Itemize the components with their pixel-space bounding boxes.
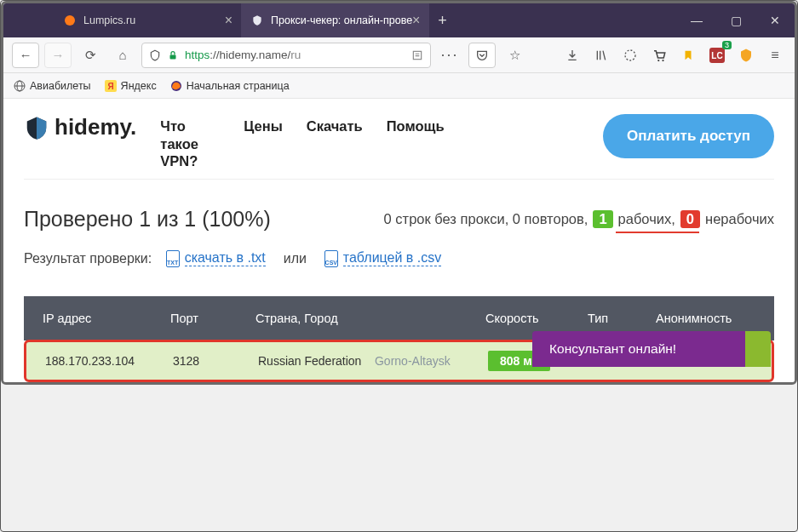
col-port: Порт [170, 312, 255, 325]
address-bar[interactable]: https://hidemy.name/ru [141, 43, 431, 68]
col-type: Тип [588, 312, 656, 325]
extension-lc-icon[interactable]: LC [706, 44, 728, 66]
reload-button[interactable]: ⟳ [77, 43, 104, 68]
minimize-button[interactable]: — [677, 3, 716, 37]
svg-point-0 [65, 15, 75, 26]
home-button[interactable]: ⌂ [109, 43, 136, 68]
tabs: Lumpics.ru × Прокси-чекер: онлайн-прове … [3, 3, 455, 37]
col-ip: IP адрес [43, 312, 170, 325]
shield-icon [250, 14, 264, 27]
svg-point-9 [657, 59, 659, 60]
consultant-widget[interactable]: Консультант онлайн! [532, 331, 771, 367]
nav-help[interactable]: Помощь [387, 114, 445, 135]
csv-file-icon: CSV [324, 250, 338, 267]
nonworking-label: нерабочих [705, 211, 774, 227]
page-content: hidemy. Что такое VPN? Цены Скачать Помо… [3, 99, 795, 382]
svg-text:Я: Я [107, 82, 113, 91]
pay-button[interactable]: Оплатить доступ [603, 114, 774, 158]
page-actions-button[interactable]: ··· [436, 43, 463, 68]
close-tab-icon[interactable]: × [225, 13, 233, 28]
shield-icon [24, 115, 49, 140]
toolbar: ← → ⟳ ⌂ https://hidemy.name/ru ··· ☆ [3, 37, 795, 73]
svg-point-8 [625, 50, 635, 60]
downloads-icon[interactable] [561, 44, 583, 66]
window-controls: — ▢ ✕ [677, 3, 795, 37]
svg-text:LC: LC [711, 51, 722, 60]
cell-country: Russian Federation Gorno-Altaysk [258, 354, 488, 368]
containers-icon[interactable] [619, 44, 641, 66]
consultant-label: Консультант онлайн! [549, 341, 676, 357]
cell-port: 3128 [173, 354, 258, 368]
site-logo[interactable]: hidemy. [24, 114, 136, 140]
nav-download[interactable]: Скачать [307, 114, 363, 135]
globe-icon [14, 80, 26, 92]
cell-city: Gorno-Altaysk [375, 354, 451, 368]
cart-icon[interactable] [648, 44, 670, 66]
nav-prices[interactable]: Цены [244, 114, 283, 135]
logo-text: hidemy. [55, 114, 136, 140]
url-scheme: https [185, 49, 210, 61]
download-csv-link[interactable]: таблицей в .csv [343, 250, 441, 266]
col-country: Страна, Город [255, 312, 485, 325]
site-icon [63, 14, 77, 27]
maximize-button[interactable]: ▢ [716, 3, 755, 37]
firefox-icon [170, 80, 182, 92]
back-button[interactable]: ← [12, 43, 39, 68]
tab-title: Lumpics.ru [83, 14, 135, 26]
bookmark-label: Яндекс [121, 80, 157, 92]
status-summary: 0 строк без прокси, 0 повторов, 1 рабочи… [384, 210, 774, 228]
site-nav: hidemy. Что такое VPN? Цены Скачать Помо… [24, 114, 774, 180]
pocket-button[interactable] [468, 43, 496, 68]
titlebar: Lumpics.ru × Прокси-чекер: онлайн-прове … [3, 3, 795, 37]
bookmark-label: Начальная страница [187, 80, 290, 92]
bookmarks-bar: Авиабилеты Я Яндекс Начальная страница [3, 73, 795, 99]
url-host: ://hidemy.name/ [210, 49, 290, 61]
bookmark-icon[interactable] [677, 44, 699, 66]
library-icon[interactable] [590, 44, 612, 66]
svg-point-10 [662, 59, 663, 60]
col-anon: Анонимность [656, 312, 755, 325]
svg-line-7 [603, 50, 606, 60]
new-tab-button[interactable]: + [429, 3, 455, 37]
shield-icon [149, 49, 161, 62]
bookmark-label: Авиабилеты [30, 80, 91, 92]
no-proxy-text: 0 строк без прокси, 0 повторов, [384, 211, 588, 227]
checked-status: Проверено 1 из 1 (100%) [24, 207, 271, 232]
working-label: рабочих, [618, 211, 675, 227]
tab-title: Прокси-чекер: онлайн-прове [271, 14, 412, 26]
menu-button[interactable]: ≡ [764, 44, 786, 66]
bookmark-avia[interactable]: Авиабилеты [14, 80, 91, 92]
star-button[interactable]: ☆ [501, 43, 528, 68]
close-window-button[interactable]: ✕ [755, 3, 795, 37]
close-tab-icon[interactable]: × [412, 13, 420, 28]
or-text: или [284, 251, 307, 266]
txt-file-icon: TXT [166, 250, 180, 267]
tab-proxy-checker[interactable]: Прокси-чекер: онлайн-прове × [242, 3, 429, 37]
nonworking-count: 0 [680, 210, 700, 228]
download-txt-link[interactable]: скачать в .txt [185, 250, 266, 266]
extension-ip-icon[interactable] [735, 44, 757, 66]
forward-button[interactable]: → [44, 43, 72, 68]
yandex-icon: Я [105, 80, 117, 92]
bookmark-yandex[interactable]: Я Яндекс [105, 80, 157, 92]
status-row: Проверено 1 из 1 (100%) 0 строк без прок… [24, 207, 774, 232]
tab-lumpics[interactable]: Lumpics.ru × [55, 3, 242, 37]
url-path: ru [290, 49, 301, 61]
reader-mode-icon[interactable] [411, 49, 423, 61]
nav-what-is-vpn[interactable]: Что такое VPN? [160, 114, 220, 170]
bookmark-start[interactable]: Начальная страница [170, 80, 290, 92]
lock-icon [168, 49, 178, 61]
result-label: Результат проверки: [24, 251, 152, 266]
working-count: 1 [593, 210, 612, 228]
result-row: Результат проверки: TXT скачать в .txt и… [24, 250, 774, 267]
col-speed: Скорость [485, 312, 588, 325]
svg-rect-1 [170, 54, 176, 59]
cell-ip: 188.170.233.104 [45, 354, 173, 368]
